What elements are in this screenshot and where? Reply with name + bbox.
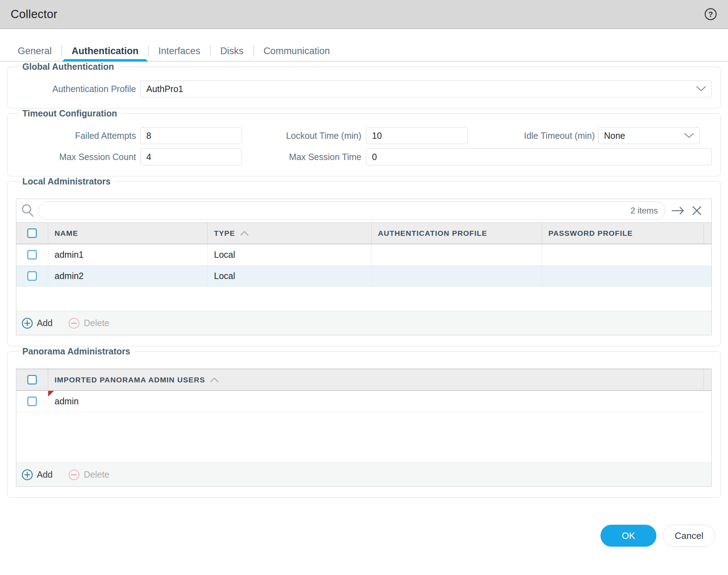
column-header-imported-panorama-admin-users-label: IMPORTED PANORAMA ADMIN USERS	[55, 376, 205, 384]
section-panorama-administrators: Panorama Administrators IMPORTED PANORAM…	[7, 346, 721, 498]
override-flag-icon	[48, 391, 54, 397]
authentication-profile-value: AuthPro1	[146, 84, 696, 94]
section-timeout-configuration: Timeout Configuration Failed Attempts Lo…	[7, 108, 721, 176]
max-session-time-label: Max Session Time	[242, 152, 366, 162]
column-header-name[interactable]: NAME	[48, 222, 207, 244]
search-icon	[21, 203, 35, 218]
failed-attempts-label: Failed Attempts	[16, 131, 140, 141]
dialog-footer: OK Cancel	[0, 525, 715, 547]
column-header-password-profile[interactable]: PASSWORD PROFILE	[542, 222, 704, 244]
tab-communication-label: Communication	[264, 46, 330, 57]
tab-general-label: General	[18, 46, 52, 57]
section-global-authentication: Global Authentication Authentication Pro…	[7, 62, 721, 108]
cell-imported-admin-user: admin	[48, 391, 704, 412]
clear-filter-icon[interactable]	[692, 205, 702, 216]
column-header-imported-panorama-admin-users[interactable]: IMPORTED PANORAMA ADMIN USERS	[48, 369, 704, 391]
delete-button[interactable]: Delete	[68, 469, 109, 481]
tab-interfaces[interactable]: Interfaces	[149, 41, 210, 61]
table-row[interactable]: admin1 Local	[16, 244, 711, 266]
panorama-admins-footer: Add Delete	[16, 462, 711, 486]
section-local-administrators: Local Administrators 2 items	[7, 176, 721, 346]
cell-authentication-profile	[371, 266, 542, 287]
tab-authentication[interactable]: Authentication	[62, 41, 148, 61]
tab-disks[interactable]: Disks	[211, 41, 253, 61]
svg-text:?: ?	[708, 10, 713, 19]
dialog-titlebar: Collector ?	[0, 0, 728, 29]
tab-authentication-label: Authentication	[72, 46, 139, 57]
failed-attempts-input[interactable]	[140, 127, 242, 144]
panorama-admins-header-row: IMPORTED PANORAMA ADMIN USERS	[16, 369, 711, 391]
tab-general[interactable]: General	[13, 41, 61, 61]
cell-password-profile	[542, 266, 704, 287]
section-local-administrators-legend: Local Administrators	[21, 176, 115, 187]
row-gutter	[704, 391, 711, 412]
idle-timeout-label: Idle Timeout (min)	[468, 131, 598, 141]
tab-communication[interactable]: Communication	[254, 41, 340, 61]
local-admins-footer: Add Delete	[16, 311, 711, 335]
tab-disks-label: Disks	[220, 46, 244, 57]
section-global-authentication-legend: Global Authentication	[21, 62, 118, 72]
local-admins-search-input[interactable]: 2 items	[38, 201, 665, 220]
column-header-authentication-profile-label: AUTHENTICATION PROFILE	[378, 229, 487, 238]
delete-button-label: Delete	[84, 469, 109, 480]
table-row[interactable]: admin2 Local	[16, 266, 711, 287]
cell-name: admin2	[48, 266, 207, 287]
header-gutter	[704, 369, 711, 391]
delete-button-label: Delete	[84, 318, 109, 328]
idle-timeout-select[interactable]: None	[598, 127, 700, 144]
column-header-type[interactable]: TYPE	[207, 222, 371, 244]
ok-button[interactable]: OK	[600, 525, 656, 547]
circle-minus-icon	[68, 317, 80, 329]
apply-filter-arrow-icon[interactable]	[671, 206, 685, 216]
max-session-count-input[interactable]	[140, 148, 242, 165]
dialog-title: Collector	[11, 7, 57, 21]
column-header-authentication-profile[interactable]: AUTHENTICATION PROFILE	[371, 222, 542, 244]
cell-type: Local	[207, 266, 371, 287]
help-icon: ?	[704, 7, 717, 21]
tab-interfaces-label: Interfaces	[158, 46, 201, 57]
table-empty-area	[16, 287, 711, 311]
table-empty-area	[16, 412, 711, 462]
row-gutter	[704, 266, 711, 287]
sort-asc-icon	[210, 377, 219, 382]
select-all-checkbox[interactable]	[27, 228, 37, 238]
authentication-profile-select[interactable]: AuthPro1	[140, 80, 712, 97]
section-timeout-configuration-legend: Timeout Configuration	[21, 108, 122, 119]
lockout-time-label: Lockout Time (min)	[242, 131, 366, 141]
row-checkbox[interactable]	[27, 397, 37, 406]
row-checkbox[interactable]	[27, 250, 37, 260]
authentication-profile-label: Authentication Profile	[16, 84, 140, 94]
cell-type: Local	[207, 244, 371, 266]
cell-password-profile	[542, 244, 704, 266]
local-admins-table: 2 items NAME TYPE	[16, 199, 712, 335]
cell-imported-admin-user-label: admin	[55, 396, 79, 406]
header-gutter	[704, 222, 711, 244]
row-gutter	[704, 244, 711, 266]
add-button[interactable]: Add	[21, 317, 52, 329]
select-all-checkbox[interactable]	[27, 375, 37, 385]
delete-button[interactable]: Delete	[68, 317, 109, 329]
add-button[interactable]: Add	[21, 469, 52, 481]
column-header-name-label: NAME	[55, 229, 78, 238]
tab-bar: General Authentication Interfaces Disks …	[0, 41, 728, 62]
local-admins-header-row: NAME TYPE AUTHENTICATION PROFILE PASSWOR…	[16, 222, 711, 244]
help-button[interactable]: ?	[704, 7, 717, 21]
cell-name: admin1	[48, 244, 207, 266]
sort-asc-icon	[240, 230, 249, 236]
chevron-down-icon	[696, 86, 706, 92]
add-button-label: Add	[37, 469, 52, 480]
chevron-down-icon	[684, 132, 694, 139]
items-count-badge: 2 items	[631, 206, 658, 216]
local-admins-search-row: 2 items	[16, 199, 711, 222]
lockout-time-input[interactable]	[366, 127, 468, 144]
row-checkbox[interactable]	[27, 271, 37, 281]
circle-minus-icon	[68, 469, 80, 481]
idle-timeout-value: None	[604, 131, 684, 141]
table-row[interactable]: admin	[16, 391, 711, 412]
cell-authentication-profile	[371, 244, 542, 266]
cancel-button[interactable]: Cancel	[663, 525, 715, 547]
panorama-admins-table: IMPORTED PANORAMA ADMIN USERS admin	[16, 369, 712, 487]
max-session-time-input[interactable]	[366, 148, 712, 165]
column-header-type-label: TYPE	[214, 229, 235, 238]
column-header-password-profile-label: PASSWORD PROFILE	[548, 229, 633, 238]
